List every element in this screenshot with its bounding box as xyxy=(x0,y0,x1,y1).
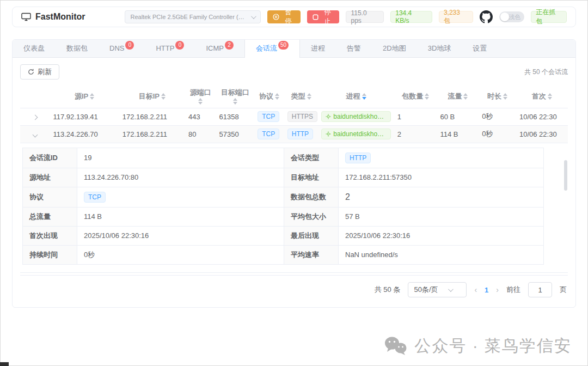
detail-row: 会话流ID 19 会话类型 HTTP 源地址 113.24.226.70:80 … xyxy=(20,143,568,272)
detail-value: 19 xyxy=(77,148,284,168)
col-src-ip[interactable]: 源IP xyxy=(50,85,119,108)
app-title: FastMonitor xyxy=(35,12,85,22)
type-badge: HTTPS xyxy=(287,111,317,122)
goto-label: 前往 xyxy=(506,285,520,295)
packets-badge: 3,233 包 xyxy=(439,11,473,23)
sort-icon xyxy=(198,98,203,105)
app-brand: FastMonitor xyxy=(21,12,85,22)
detail-value: 114 B xyxy=(77,207,284,226)
detail-value: 0秒 xyxy=(77,245,284,264)
stop-button[interactable]: 停止 xyxy=(307,10,340,23)
detail-value: 172.168.2.211:57350 xyxy=(339,168,544,187)
protocol-badge: TCP xyxy=(258,111,279,122)
table-header-row: 源IP 目标IP 源端口 目标端口 协议 类型 进程 包数量 流量 时长 首次 xyxy=(20,85,568,108)
expand-column-header xyxy=(20,85,50,108)
tab-dashboard[interactable]: 仪表盘 xyxy=(13,40,56,57)
col-protocol[interactable]: 协议 xyxy=(254,85,284,108)
sort-icon xyxy=(161,93,166,100)
theme-toggle-label: 浅色 xyxy=(509,13,520,21)
detail-label: 持续时间 xyxy=(23,245,77,264)
col-packets[interactable]: 包数量 xyxy=(394,85,437,108)
sort-icon xyxy=(548,93,552,100)
detail-value: 2025/10/06 22:30:16 xyxy=(77,226,284,245)
col-src-port[interactable]: 源端口 xyxy=(185,85,216,108)
current-page[interactable]: 1 xyxy=(485,286,488,294)
tab-processes[interactable]: 进程 xyxy=(300,40,336,57)
table-row[interactable]: 106.226.243.35 172.168.2.211 443 60943 T… xyxy=(20,272,568,276)
sort-icon xyxy=(463,93,468,100)
tab-bar: 仪表盘 数据包 DNS0 HTTP0 ICMP2 会话流50 进程 告警 2D地… xyxy=(13,40,575,58)
next-page-button[interactable]: › xyxy=(496,285,499,294)
table-row-expanded[interactable]: 113.24.226.70 172.168.2.211 80 57350 TCP… xyxy=(20,125,568,143)
tab-flows[interactable]: 会话流50 xyxy=(244,40,300,58)
interface-select[interactable]: Realtek PCIe 2.5GbE Family Controller (1… xyxy=(125,10,261,23)
flows-count-badge: 50 xyxy=(278,41,289,50)
detail-label: 数据包总数 xyxy=(284,187,339,207)
detail-label: 会话流ID xyxy=(23,148,77,168)
tab-dns[interactable]: DNS0 xyxy=(99,40,145,57)
chevron-down-icon xyxy=(448,286,453,292)
sort-icon xyxy=(362,93,366,100)
sort-icon xyxy=(233,98,237,105)
prev-page-button[interactable]: ‹ xyxy=(474,285,477,294)
type-badge: HTTP xyxy=(287,129,313,139)
pagination: 共 50 条 50条/页 ‹ 1 › 前往 页 xyxy=(20,276,568,302)
stop-icon xyxy=(313,14,318,20)
github-icon[interactable] xyxy=(480,10,493,23)
detail-value: 2 xyxy=(339,187,544,207)
page-size-value: 50条/页 xyxy=(414,285,438,295)
wechat-icon xyxy=(384,336,408,357)
detail-label: 平均速率 xyxy=(284,245,339,264)
col-dst-port[interactable]: 目标端口 xyxy=(216,85,255,108)
icmp-count-badge: 2 xyxy=(225,41,234,50)
col-traffic[interactable]: 流量 xyxy=(437,85,479,108)
detail-value: 57 B xyxy=(339,207,544,226)
detail-label: 平均包大小 xyxy=(284,207,339,226)
flow-detail-table: 会话流ID 19 会话类型 HTTP 源地址 113.24.226.70:80 … xyxy=(22,148,544,265)
gear-icon xyxy=(326,131,331,137)
detail-label: 源地址 xyxy=(23,168,77,187)
pause-button[interactable]: 暂停 xyxy=(267,10,301,23)
process-badge: baidunetdiskhost.exe xyxy=(321,129,390,139)
detail-label: 协议 xyxy=(23,187,77,207)
expand-icon[interactable] xyxy=(32,114,38,120)
pps-badge: 115.0 pps xyxy=(346,11,384,23)
page-size-select[interactable]: 50条/页 xyxy=(408,282,467,297)
col-type[interactable]: 类型 xyxy=(284,85,318,108)
goto-page-input[interactable] xyxy=(528,282,552,297)
tab-icmp[interactable]: ICMP2 xyxy=(195,40,244,57)
tab-alerts[interactable]: 告警 xyxy=(336,40,372,57)
detail-label: 总流量 xyxy=(23,207,77,226)
col-first-seen[interactable]: 首次 xyxy=(516,85,568,108)
http-count-badge: 0 xyxy=(175,41,184,50)
detail-value: 2025/10/06 22:30:16 xyxy=(339,226,544,245)
process-badge: baidunetdiskhost.exe xyxy=(321,111,390,122)
col-dst-ip[interactable]: 目标IP xyxy=(119,85,185,108)
theme-toggle[interactable]: 浅色 xyxy=(499,11,524,22)
chevron-down-icon xyxy=(251,14,256,19)
detail-label: 首次出现 xyxy=(23,226,77,245)
rate-badge: 134.4 KB/s xyxy=(390,11,432,23)
interface-select-value: Realtek PCIe 2.5GbE Family Controller (1… xyxy=(131,14,247,20)
tab-2d-map[interactable]: 2D地图 xyxy=(372,40,417,57)
col-process[interactable]: 进程 xyxy=(318,85,394,108)
sort-icon xyxy=(90,93,94,100)
tab-packets[interactable]: 数据包 xyxy=(56,40,99,57)
watermark-text: 公众号 · 菜鸟学信安 xyxy=(414,335,572,357)
header-bar: FastMonitor Realtek PCIe 2.5GbE Family C… xyxy=(12,7,576,27)
vertical-scrollbar[interactable] xyxy=(564,160,567,191)
page-unit-label: 页 xyxy=(560,285,567,295)
collapse-icon[interactable] xyxy=(32,132,38,137)
gear-icon xyxy=(326,114,331,119)
table-row[interactable]: 117.92.139.41 172.168.2.211 443 61358 TC… xyxy=(20,108,568,125)
col-duration[interactable]: 时长 xyxy=(479,85,516,108)
corner-notch xyxy=(0,362,9,366)
detail-label: 最后出现 xyxy=(284,226,339,245)
pause-icon xyxy=(273,14,279,20)
tab-http[interactable]: HTTP0 xyxy=(145,40,195,57)
tab-settings[interactable]: 设置 xyxy=(462,40,498,57)
refresh-button[interactable]: 刷新 xyxy=(20,64,59,80)
tab-3d-globe[interactable]: 3D地球 xyxy=(417,40,462,57)
refresh-icon xyxy=(28,69,34,75)
sort-icon xyxy=(275,93,279,100)
